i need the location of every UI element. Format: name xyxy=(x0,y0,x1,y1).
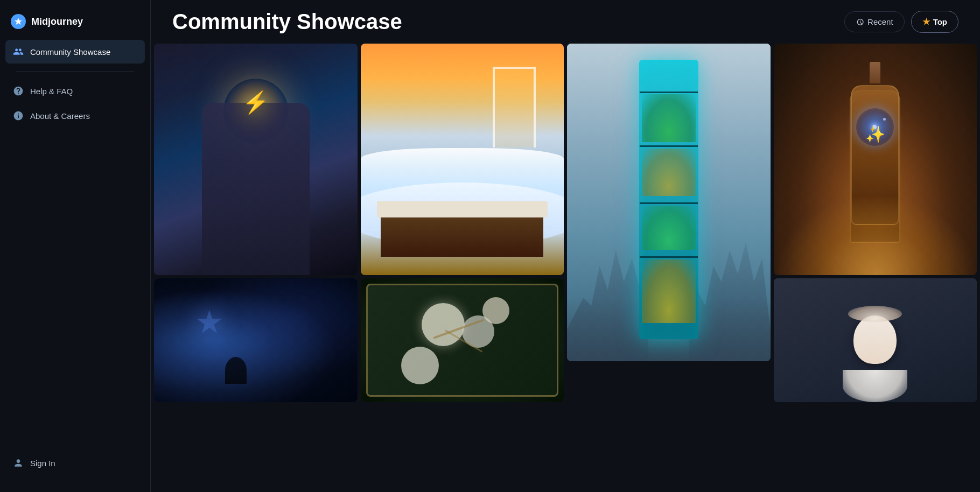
sidebar-item-community-showcase[interactable]: Community Showcase xyxy=(5,40,145,64)
community-icon xyxy=(13,46,24,57)
sidebar-nav: Community Showcase Help & FAQ About & Ca… xyxy=(0,40,150,128)
sidebar: Midjourney Community Showcase Help & FAQ xyxy=(0,0,151,492)
gallery-item-bottle[interactable] xyxy=(774,44,977,275)
top-button-label: Top xyxy=(933,17,947,26)
recent-button[interactable]: Recent xyxy=(844,11,905,32)
gallery-col-4 xyxy=(774,44,977,402)
gallery-item-portrait[interactable] xyxy=(774,278,977,402)
sidebar-item-about-careers[interactable]: About & Careers xyxy=(5,104,145,128)
app-logo[interactable]: Midjourney xyxy=(0,9,150,40)
gallery-col-3 xyxy=(567,44,771,402)
user-icon xyxy=(13,458,24,468)
gallery-col-2 xyxy=(361,44,564,402)
page-title: Community Showcase xyxy=(172,10,402,34)
gallery-item-space-rider[interactable] xyxy=(154,278,358,402)
sidebar-divider xyxy=(16,71,134,72)
gallery-item-zeus[interactable] xyxy=(154,44,358,275)
top-button[interactable]: ★ Top xyxy=(911,11,958,33)
info-icon xyxy=(13,110,24,121)
sidebar-item-label-community: Community Showcase xyxy=(30,47,110,57)
gallery-item-map[interactable] xyxy=(361,278,564,402)
main-header: Community Showcase Recent ★ Top xyxy=(151,0,980,44)
main-content: Community Showcase Recent ★ Top xyxy=(151,0,980,492)
sidebar-bottom: Sign In xyxy=(0,451,150,483)
sidebar-item-help-faq[interactable]: Help & FAQ xyxy=(5,79,145,103)
app-name: Midjourney xyxy=(31,16,83,27)
gallery-item-bedroom[interactable] xyxy=(361,44,564,275)
help-icon xyxy=(13,86,24,96)
star-icon: ★ xyxy=(922,17,930,27)
gallery-col-1 xyxy=(154,44,358,402)
sidebar-item-label-about: About & Careers xyxy=(30,111,90,121)
sidebar-sign-in-label: Sign In xyxy=(30,459,55,468)
header-actions: Recent ★ Top xyxy=(844,11,958,33)
gallery-item-tower[interactable] xyxy=(567,44,771,361)
gallery-scroll[interactable] xyxy=(151,44,980,492)
sidebar-item-sign-in[interactable]: Sign In xyxy=(5,451,145,475)
sidebar-item-label-help: Help & FAQ xyxy=(30,87,73,96)
recent-button-label: Recent xyxy=(867,17,893,26)
gallery-grid xyxy=(151,44,980,402)
logo-icon xyxy=(11,14,26,29)
